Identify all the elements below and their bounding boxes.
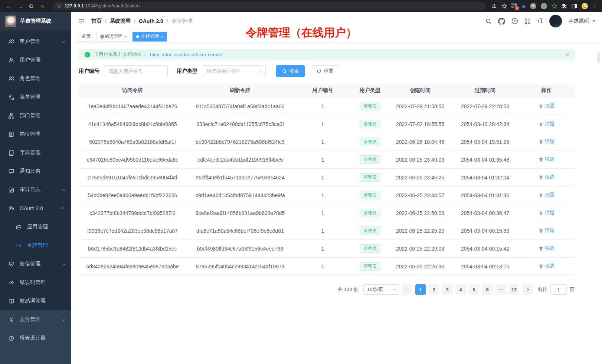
- breadcrumb-item: 令牌管理: [171, 18, 192, 24]
- share-icon[interactable]: [492, 3, 497, 9]
- collapse-sidebar-icon[interactable]: [78, 18, 85, 24]
- force-logout-button[interactable]: 强退: [539, 103, 554, 109]
- sidebar-item-user[interactable]: 用户管理: [0, 51, 71, 69]
- force-logout-label: 强退: [545, 245, 554, 252]
- sidebar-item-report[interactable]: 报表设计器: [0, 329, 71, 347]
- reset-button[interactable]: 重置: [311, 65, 339, 77]
- profile-avatar-icon[interactable]: [582, 3, 588, 9]
- sidebar-item-pay[interactable]: 支付管理: [0, 310, 71, 329]
- user-id-input[interactable]: [104, 65, 168, 77]
- page-button-6[interactable]: 6: [482, 284, 493, 295]
- page-button-3[interactable]: 3: [442, 284, 452, 295]
- user-id-cell: 1: [294, 157, 351, 163]
- force-logout-label: 强退: [545, 103, 554, 109]
- goto-page-input[interactable]: [550, 284, 567, 295]
- sidebar-item-sms[interactable]: 短信管理: [0, 255, 71, 273]
- breadcrumb-item[interactable]: 首页: [91, 18, 102, 24]
- browser-reload-icon[interactable]: C: [27, 1, 36, 10]
- sidebar-item-dict[interactable]: 字典管理: [0, 143, 71, 162]
- page-button-1[interactable]: 1: [415, 284, 426, 295]
- page-button-5[interactable]: 5: [469, 284, 479, 295]
- alert-close-icon[interactable]: ✕: [565, 52, 569, 57]
- page-button-4[interactable]: 4: [455, 284, 466, 295]
- refresh-token-cell: be90422b8c7946218275a508bf524fc9: [186, 139, 294, 145]
- sidebar-item-oauth2[interactable]: OAuth 2.0: [0, 199, 71, 218]
- sidebar-item-post[interactable]: 岗位管理: [0, 125, 71, 143]
- user-avatar[interactable]: [549, 15, 562, 27]
- breadcrumb-item[interactable]: 系统管理: [110, 18, 131, 24]
- force-logout-button[interactable]: 强退: [539, 245, 554, 252]
- force-logout-button[interactable]: 强退: [539, 263, 554, 269]
- browser-back-icon[interactable]: ←: [4, 1, 13, 10]
- action-cell: 强退: [518, 103, 575, 110]
- breadcrumb-separator: /: [134, 18, 135, 24]
- user-menu-caret-icon[interactable]: [592, 20, 595, 22]
- sidebar-item-dept[interactable]: 部门管理: [0, 106, 71, 125]
- access-token-cell: c342377bf8b344799dcbf7bf095287f2: [79, 210, 186, 216]
- username[interactable]: 芋道源码: [568, 18, 589, 24]
- search-icon[interactable]: [485, 18, 492, 24]
- user-id-cell: 1: [294, 175, 351, 181]
- search-button[interactable]: 搜索: [276, 65, 305, 77]
- tab-敏感词管理[interactable]: 敏感词管理×: [96, 32, 130, 42]
- record-extension-icon[interactable]: [541, 3, 547, 9]
- extension-grid-icon[interactable]: 9: [511, 3, 517, 9]
- font-size-icon[interactable]: TT: [537, 18, 543, 24]
- scrollbar-thumb[interactable]: [597, 52, 600, 63]
- table-row: 502375b8040a469a9b82188afdf6af1fbe90422b…: [79, 133, 575, 151]
- user-type-cell: 管理员: [351, 138, 389, 146]
- user-type-select[interactable]: 请选择用户类型: [202, 65, 266, 77]
- alert-doc-link[interactable]: https://doc.iocoder.cn/user-center/: [150, 52, 223, 57]
- force-logout-button[interactable]: 强退: [539, 156, 554, 163]
- table-body: 1ea5e44f8bc1467aaede43144f31de76811c5304…: [79, 97, 575, 275]
- sidebar-item-role[interactable]: 角色管理: [0, 69, 71, 88]
- page-button-12[interactable]: 12: [509, 284, 519, 295]
- sidebar-item-menu[interactable]: 菜单管理: [0, 88, 71, 106]
- force-logout-button[interactable]: 强退: [539, 192, 554, 198]
- sidebar-item-tenant[interactable]: 租户管理: [0, 32, 71, 51]
- created-time-cell: 2022-06-25 23:44:57: [389, 192, 452, 198]
- force-logout-button[interactable]: 强退: [539, 174, 554, 181]
- sidebar-item-oauth2-app[interactable]: 应用管理: [0, 218, 71, 236]
- browser-home-icon[interactable]: ⌂: [38, 1, 47, 10]
- sidebar-item-notice[interactable]: 通知公告: [0, 162, 71, 181]
- breadcrumb-item[interactable]: OAuth 2.0: [139, 18, 163, 24]
- force-logout-button[interactable]: 强退: [539, 138, 554, 145]
- side-panel-icon[interactable]: [572, 3, 577, 9]
- tab-close-icon[interactable]: ×: [124, 34, 127, 39]
- refresh-token-cell: cdfc4ce9c2da4bb1bdf21b9918ff4be5: [186, 157, 294, 163]
- access-token-cell: f9336e7c7dd242a283ee98dc86b17a87: [79, 228, 186, 234]
- force-logout-button[interactable]: 强退: [539, 209, 554, 216]
- sidebar-item-errcode[interactable]: 错误码管理: [0, 273, 71, 292]
- gem-extension-icon[interactable]: ◆: [522, 3, 526, 9]
- tab-首页[interactable]: 首页: [78, 32, 94, 42]
- sidebar-item-sensitive[interactable]: 敏感词管理: [0, 292, 71, 310]
- prev-page-button[interactable]: [402, 284, 412, 295]
- sidebar-item-label: 字典管理: [20, 149, 65, 156]
- address-bar[interactable]: ⓘ 127.0.0.1:1024/system/oauth2/token: [53, 2, 486, 10]
- created-time-cell: 2022-06-25 22:50:08: [389, 210, 452, 216]
- force-logout-button[interactable]: 强退: [539, 227, 554, 234]
- help-icon[interactable]: ?: [511, 18, 518, 24]
- bookmark-star-icon[interactable]: [501, 3, 507, 9]
- next-page-button[interactable]: [522, 284, 533, 295]
- trash-icon: [539, 175, 543, 180]
- app-logo[interactable]: 芋道管理系统: [0, 12, 71, 30]
- action-cell: 强退: [518, 138, 575, 145]
- page-size-select[interactable]: 10条/页: [363, 284, 399, 295]
- sidebar-item-audit[interactable]: 审计日志: [0, 181, 71, 199]
- sidebar-item-oauth2-token[interactable]: A令牌管理: [0, 236, 71, 255]
- page-button-2[interactable]: 2: [429, 284, 439, 295]
- fullscreen-icon[interactable]: [524, 18, 531, 24]
- puzzle-extensions-icon[interactable]: [562, 3, 567, 9]
- github-icon[interactable]: [498, 18, 505, 25]
- command-extension-icon[interactable]: ⌘: [530, 3, 536, 9]
- browser-menu-icon[interactable]: ⋮: [592, 3, 598, 9]
- tab-close-icon[interactable]: ×: [161, 34, 163, 39]
- browser-forward-icon[interactable]: →: [16, 1, 24, 10]
- force-logout-button[interactable]: 强退: [539, 120, 554, 127]
- shield-icon: [8, 261, 14, 267]
- site-info-icon[interactable]: ⓘ: [57, 3, 62, 9]
- tab-令牌管理[interactable]: 令牌管理×: [132, 32, 167, 42]
- star-extension-icon[interactable]: [552, 3, 557, 9]
